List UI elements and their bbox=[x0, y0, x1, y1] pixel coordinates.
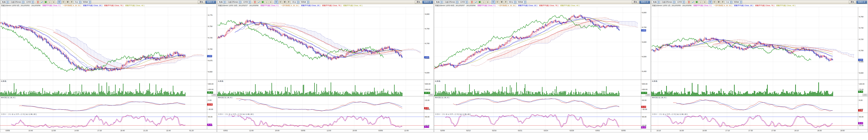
legend-item-ma5: 移動平均線( Close, 5 ) bbox=[477, 4, 496, 7]
bar-chart-button[interactable] bbox=[261, 1, 265, 4]
crosshair-button[interactable]: ┼ bbox=[265, 1, 269, 4]
price-plot[interactable] bbox=[651, 7, 858, 80]
legend-item-ma75: 移動平均線( Close, 75 ) bbox=[755, 4, 774, 7]
period-button-day[interactable]: 日 bbox=[496, 1, 499, 4]
candlestick-chart-button[interactable] bbox=[253, 1, 257, 4]
bars-count-value: 500本 bbox=[301, 1, 306, 4]
period-button-day[interactable]: 日 bbox=[62, 1, 65, 4]
price-plot[interactable] bbox=[434, 7, 641, 80]
bar-chart-button[interactable] bbox=[478, 1, 482, 4]
contract-month-select[interactable]: 12/03 ▼ bbox=[242, 1, 251, 4]
timeframe-select[interactable]: 1分 ▼ bbox=[725, 1, 733, 4]
market-select[interactable]: 先物 ▼ bbox=[218, 1, 226, 4]
bars-count-value: 500本 bbox=[83, 1, 88, 4]
candlestick-chart-button[interactable] bbox=[470, 1, 474, 4]
chart-title: 日経225mini 12/03 60分, 2012/02/07 - 2012/0… bbox=[435, 4, 475, 7]
period-button-minute[interactable]: 分 bbox=[275, 1, 278, 4]
timeframe-select[interactable]: 5分 ▼ bbox=[74, 1, 82, 4]
crosshair-button[interactable]: ┼ bbox=[482, 1, 486, 4]
price-plot[interactable] bbox=[0, 7, 207, 80]
notify-button[interactable]: 通知 bbox=[632, 1, 639, 4]
line-chart-button[interactable] bbox=[474, 1, 477, 4]
bar-chart-button[interactable] bbox=[695, 1, 699, 4]
notify-button[interactable]: 通知 bbox=[198, 1, 205, 4]
gear-icon: ⚙ bbox=[704, 1, 706, 3]
draw-order-button[interactable]: 描画注文 bbox=[422, 1, 433, 4]
timeframe-select[interactable]: 15分 ▼ bbox=[291, 1, 299, 4]
volume-tag: 185.20 bbox=[207, 92, 213, 94]
instrument-select[interactable]: 日経225mini ▼ bbox=[660, 1, 676, 4]
contract-month-select[interactable]: 12/03 ▼ bbox=[25, 1, 34, 4]
macd-plot[interactable] bbox=[651, 96, 858, 113]
market-select[interactable]: 先物 ▼ bbox=[435, 1, 443, 4]
contract-month-select[interactable]: 12/03 ▼ bbox=[459, 1, 468, 4]
macd-plot[interactable] bbox=[0, 96, 207, 113]
period-button-week[interactable]: 週 bbox=[500, 1, 503, 4]
instrument-select[interactable]: 日経225mini ▼ bbox=[443, 1, 459, 4]
price-plot[interactable] bbox=[217, 7, 424, 80]
candlestick-chart-button[interactable] bbox=[687, 1, 691, 4]
period-button-month[interactable]: 月 bbox=[287, 1, 290, 4]
price-axis-label: 9,740 bbox=[859, 27, 864, 29]
volume-plot[interactable] bbox=[0, 80, 207, 96]
draw-order-button[interactable]: 描画注文 bbox=[856, 1, 867, 4]
chart-legend: 日経225mini 12/03 1分, 2012/03/05 - 2012/03… bbox=[651, 4, 868, 7]
stochastics-pane-label: スロー・ストキャスティクス( 14, 3, 80, 20 ) bbox=[435, 113, 471, 116]
legend-item-ma40: 移動平均線( Close, 40 ) bbox=[343, 4, 363, 7]
volume-plot[interactable] bbox=[651, 80, 858, 96]
settings-button[interactable]: ⚙ bbox=[269, 1, 272, 4]
volume-axis-label: 900.00 bbox=[642, 83, 647, 85]
price-axis-label: 9,700 bbox=[208, 48, 213, 50]
crosshair-icon: ┼ bbox=[700, 1, 701, 3]
timeframe-select[interactable]: 60分 ▼ bbox=[508, 1, 516, 4]
bars-count-select[interactable]: 500本 ▼ bbox=[517, 1, 526, 4]
bars-count-select[interactable]: 500本 ▼ bbox=[82, 1, 91, 4]
market-select[interactable]: 先物 ▼ bbox=[1, 1, 9, 4]
line-chart-button[interactable] bbox=[691, 1, 694, 4]
period-button-minute[interactable]: 分 bbox=[58, 1, 61, 4]
period-button-month[interactable]: 月 bbox=[721, 1, 724, 4]
period-button-week[interactable]: 週 bbox=[283, 1, 286, 4]
crosshair-button[interactable]: ┼ bbox=[699, 1, 703, 4]
candlestick-chart-button[interactable] bbox=[36, 1, 40, 4]
period-button-day[interactable]: 日 bbox=[279, 1, 282, 4]
settings-button[interactable]: ⚙ bbox=[703, 1, 706, 4]
bars-count-select[interactable]: 500本 ▼ bbox=[733, 1, 742, 4]
bar-chart-button[interactable] bbox=[44, 1, 48, 4]
crosshair-button[interactable]: ┼ bbox=[48, 1, 52, 4]
draw-order-button[interactable]: 描画注文 bbox=[639, 1, 650, 4]
instrument-select[interactable]: 日経225mini ▼ bbox=[9, 1, 25, 4]
period-button-minute[interactable]: 分 bbox=[492, 1, 495, 4]
period-label: 日 bbox=[62, 1, 64, 3]
market-select[interactable]: 先物 ▼ bbox=[652, 1, 660, 4]
macd-plot[interactable] bbox=[217, 96, 424, 113]
toolbar-separator bbox=[35, 1, 35, 4]
draw-order-button[interactable]: 描画注文 bbox=[205, 1, 216, 4]
settings-button[interactable]: ⚙ bbox=[52, 1, 55, 4]
settings-button[interactable]: ⚙ bbox=[486, 1, 489, 4]
period-button-day[interactable]: 日 bbox=[713, 1, 716, 4]
contract-month-select[interactable]: 12/03 ▼ bbox=[676, 1, 685, 4]
period-button-month[interactable]: 月 bbox=[70, 1, 73, 4]
period-button-month[interactable]: 月 bbox=[504, 1, 507, 4]
period-button-minute[interactable]: 分 bbox=[709, 1, 712, 4]
bars-count-select[interactable]: 500本 ▼ bbox=[300, 1, 309, 4]
line-chart-button[interactable] bbox=[40, 1, 43, 4]
chevron-down-icon: ▼ bbox=[730, 1, 732, 3]
volume-tag: 420.50 bbox=[424, 92, 430, 94]
time-label: 22:40 bbox=[166, 130, 171, 132]
notify-button[interactable]: 通知 bbox=[415, 1, 422, 4]
notify-button[interactable]: 通知 bbox=[849, 1, 856, 4]
period-button-week[interactable]: 週 bbox=[66, 1, 69, 4]
period-button-week[interactable]: 週 bbox=[717, 1, 720, 4]
time-axis: 02/0802/1302/1602/2102/2402/2903/0203/05 bbox=[434, 129, 651, 132]
instrument-select[interactable]: 日経225mini ▼ bbox=[226, 1, 242, 4]
draw-order-button-label: 描画注文 bbox=[641, 1, 648, 3]
chevron-down-icon: ▼ bbox=[466, 1, 468, 3]
line-chart-button[interactable] bbox=[257, 1, 260, 4]
gear-icon: ⚙ bbox=[53, 1, 55, 3]
volume-plot[interactable] bbox=[217, 80, 424, 96]
volume-plot[interactable] bbox=[434, 80, 641, 96]
price-axis-label: 9,600 bbox=[642, 41, 647, 43]
macd-plot[interactable] bbox=[434, 96, 641, 113]
